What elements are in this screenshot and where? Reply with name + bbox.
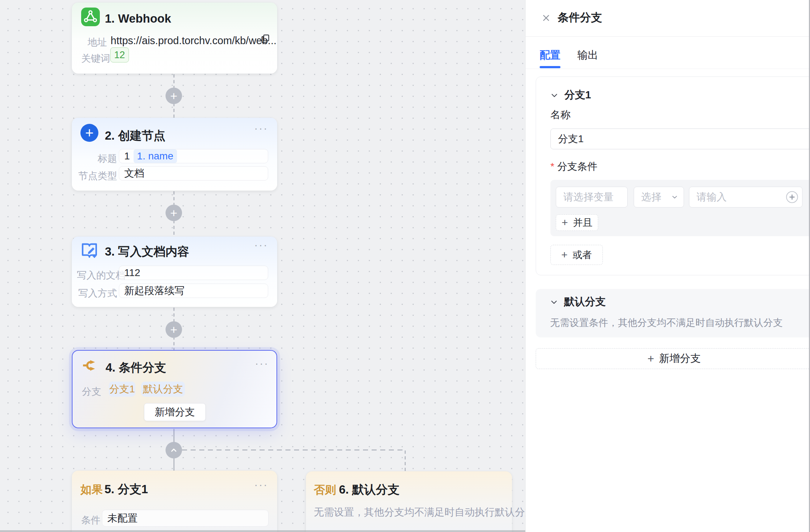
viewport-bottom-edge <box>0 530 525 532</box>
node-title: 6. 默认分支 <box>339 482 400 498</box>
branch-prefix: 如果 <box>80 482 103 497</box>
field-target-doc: 112 <box>119 266 268 280</box>
field-condition: 未配置 <box>102 510 269 527</box>
variable-token: 1. name <box>134 149 177 163</box>
chevron-down-icon[interactable] <box>550 91 559 100</box>
section-title: 分支1 <box>564 88 591 102</box>
add-and-condition-button[interactable]: + 并且 <box>556 214 598 231</box>
name-label: 名称 <box>550 108 571 122</box>
chevron-up-icon <box>169 445 179 455</box>
required-mark: * <box>550 161 554 172</box>
node-title: 3. 写入文档内容 <box>105 244 189 260</box>
field-value: 未配置 <box>107 512 138 525</box>
connector-line-branch <box>405 451 406 471</box>
copy-icon[interactable] <box>260 33 271 46</box>
branch-icon <box>81 356 100 375</box>
tab-output[interactable]: 输出 <box>577 48 598 62</box>
default-branch-note: 无需设置，其他分支均不满足时自动执行默认分支 <box>314 505 535 519</box>
flow-canvas[interactable]: + + + 1. Webhook 地址 https://ais.prod.tor… <box>0 0 525 532</box>
input-value: 分支1 <box>558 132 584 146</box>
default-branch-section-card: 默认分支 无需设置条件，其他分支均不满足时自动执行默认分支 <box>536 289 810 337</box>
divider <box>526 69 810 69</box>
field-label: 写入的文档 <box>77 269 117 282</box>
field-value: 112 <box>124 267 140 279</box>
operator-select[interactable]: 选择 <box>634 187 684 207</box>
node-title: 5. 分支1 <box>104 481 148 498</box>
field-title: 1 1. name <box>119 149 268 163</box>
add-branch-node-button[interactable]: 新增分支 <box>144 403 206 421</box>
collapse-branches-button[interactable] <box>166 442 182 458</box>
write-doc-icon <box>80 241 99 260</box>
connector-line-branch <box>182 449 405 451</box>
placeholder-text: 选择 <box>641 190 661 204</box>
branch-prefix: 否则 <box>314 482 336 498</box>
add-node-button[interactable]: + <box>166 205 182 221</box>
webhook-url: https://ais.prod.torchv.com/kb/web... <box>111 35 276 47</box>
node-create[interactable]: + 2. 创建节点 ··· 标题 1 1. name 节点类型 文档 <box>72 118 277 191</box>
config-panel: 条件分支 配置 输出 分支1 名称 分支1 *分支条件 请选择变量 选择 请输入 <box>525 0 810 532</box>
more-icon[interactable]: ··· <box>254 123 268 134</box>
active-tab-indicator <box>540 66 560 68</box>
field-label: 标题 <box>77 152 117 165</box>
section-title: 默认分支 <box>564 295 606 309</box>
node-title: 2. 创建节点 <box>105 128 166 144</box>
plus-icon: + <box>170 323 177 337</box>
plus-icon: + <box>647 352 654 365</box>
plus-glyph: + <box>85 125 93 141</box>
button-label: 或者 <box>573 248 592 261</box>
plus-icon: + <box>561 249 568 261</box>
field-value: 1 <box>124 150 130 162</box>
plus-node-icon: + <box>80 124 98 142</box>
branch-chip-1[interactable]: 分支1 <box>109 382 135 397</box>
node-default-branch[interactable]: 否则 6. 默认分支 无需设置，其他分支均不满足时自动执行默认分支 <box>306 471 512 532</box>
field-label: 关键词 <box>81 52 107 65</box>
button-label: 新增分支 <box>659 351 701 366</box>
field-value: 文档 <box>124 167 144 180</box>
keyword-count-badge: 12 <box>110 47 129 62</box>
panel-title: 条件分支 <box>558 10 602 25</box>
add-node-button[interactable]: + <box>166 321 182 338</box>
placeholder-text: 请输入 <box>697 190 727 204</box>
field-node-type: 文档 <box>119 166 268 181</box>
field-label: 分支 <box>82 385 101 398</box>
tab-config[interactable]: 配置 <box>540 48 560 62</box>
field-label: 条件 <box>81 514 101 527</box>
more-icon[interactable]: ··· <box>255 358 269 369</box>
branch1-section-card: 分支1 名称 分支1 *分支条件 请选择变量 选择 请输入 + 并且 <box>536 76 810 275</box>
branch-chip-default[interactable]: 默认分支 <box>141 382 185 397</box>
plus-icon: + <box>562 216 568 229</box>
more-icon[interactable]: ··· <box>254 479 268 490</box>
plus-icon: + <box>170 206 177 220</box>
more-icon[interactable]: ··· <box>254 239 268 250</box>
default-branch-description: 无需设置条件，其他分支均不满足时自动执行默认分支 <box>550 316 783 329</box>
condition-label: *分支条件 <box>550 160 597 173</box>
field-label: 地址 <box>81 36 107 49</box>
node-webhook[interactable]: 1. Webhook 地址 https://ais.prod.torchv.co… <box>72 3 277 74</box>
node-title: 1. Webhook <box>105 12 171 25</box>
plus-icon: + <box>170 89 177 103</box>
condition-group: 请选择变量 选择 请输入 + 并且 <box>550 180 810 236</box>
branch-name-input[interactable]: 分支1 <box>550 129 810 149</box>
field-label: 节点类型 <box>77 169 117 182</box>
placeholder-text: 请选择变量 <box>563 190 614 204</box>
node-condition-selected[interactable]: 4. 条件分支 ··· 分支 分支1 默认分支 新增分支 <box>72 350 277 428</box>
variable-select-input[interactable]: 请选择变量 <box>556 187 628 207</box>
node-title: 4. 条件分支 <box>106 360 166 376</box>
chevron-down-icon <box>671 193 679 201</box>
button-label: 并且 <box>573 216 592 229</box>
field-label: 写入方式 <box>77 287 117 300</box>
chevron-down-icon[interactable] <box>549 298 559 307</box>
add-node-button[interactable]: + <box>166 88 182 104</box>
field-write-mode: 新起段落续写 <box>119 284 268 298</box>
webhook-icon <box>81 8 100 26</box>
node-branch1[interactable]: 如果 5. 分支1 ··· 条件 未配置 <box>72 471 277 532</box>
field-value: 新起段落续写 <box>124 284 185 298</box>
add-branch-button[interactable]: + 新增分支 <box>536 348 810 369</box>
node-write-doc[interactable]: 3. 写入文档内容 ··· 写入的文档 112 写入方式 新起段落续写 <box>72 237 277 307</box>
add-value-icon[interactable] <box>785 190 799 204</box>
value-input[interactable]: 请输入 <box>689 187 802 207</box>
divider <box>526 36 810 37</box>
close-icon[interactable] <box>541 13 551 23</box>
add-or-condition-button[interactable]: + 或者 <box>550 245 603 265</box>
